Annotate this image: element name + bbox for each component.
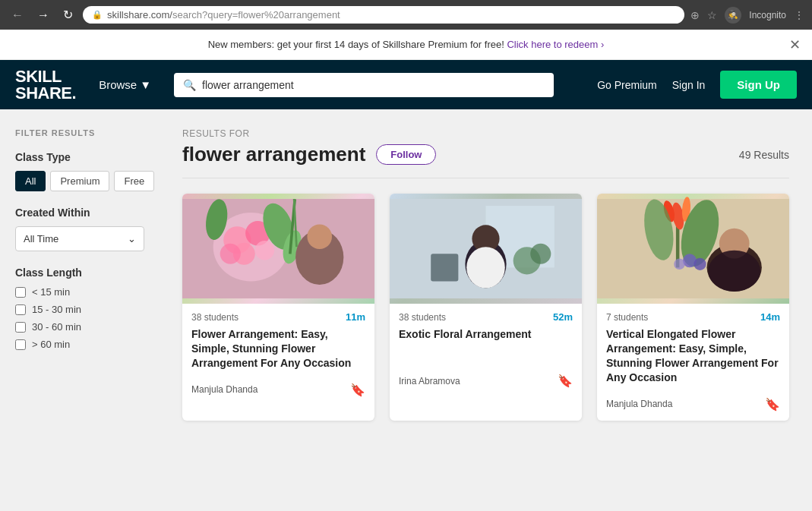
results-for-label: RESULTS FOR	[182, 128, 789, 139]
class-length-label: Class Length	[15, 267, 144, 279]
search-heading-row: flower arrangement Follow 49 Results	[182, 143, 789, 178]
card-thumbnail-2	[390, 194, 582, 304]
svg-point-32	[674, 259, 684, 270]
header-right: Go Premium Sign In Sign Up	[597, 71, 797, 99]
bookmark-icon-2[interactable]: 🔖	[558, 374, 573, 388]
header: SKILL SHare. Browse ▼ 🔍 Go Premium Sign …	[0, 60, 812, 109]
course-card-2[interactable]: 38 students 52m Exotic Floral Arrangemen…	[390, 194, 582, 421]
card-students-3: 7 students	[606, 312, 648, 323]
promo-text: New members: get your first 14 days of S…	[208, 39, 504, 50]
svg-point-11	[307, 224, 332, 249]
follow-button[interactable]: Follow	[376, 144, 436, 165]
created-within-label: Created Within	[15, 207, 144, 219]
sidebar: FILTER RESULTS Class Type All Premium Fr…	[0, 109, 160, 511]
card-duration-3: 14m	[760, 311, 780, 323]
length-over-60-checkbox[interactable]	[15, 339, 26, 350]
browse-label: Browse	[99, 78, 137, 91]
svg-point-6	[220, 244, 241, 264]
card-thumbnail-3	[597, 194, 789, 304]
card-duration-2: 52m	[553, 311, 573, 323]
filter-title: FILTER RESULTS	[15, 128, 144, 137]
sign-in-button[interactable]: Sign In	[672, 79, 706, 91]
star-icon[interactable]: ☆	[707, 9, 717, 21]
chevron-down-icon: ▼	[140, 78, 151, 91]
card-stats-2: 38 students 52m	[390, 304, 582, 327]
type-free-button[interactable]: Free	[114, 171, 154, 191]
card-author-2: Irina Abramova	[399, 376, 460, 386]
length-over-60[interactable]: > 60 min	[15, 339, 144, 350]
length-15-30[interactable]: 15 - 30 min	[15, 304, 144, 315]
card-footer-3: Manjula Dhanda 🔖	[597, 393, 789, 421]
card-title-1: Flower Arrangement: Easy, Simple, Stunni…	[182, 327, 374, 378]
url-text: skillshare.com/search?query=flower%20arr…	[107, 9, 340, 21]
go-premium-button[interactable]: Go Premium	[597, 79, 657, 91]
card-title-2: Exotic Floral Arrangement	[390, 327, 582, 369]
search-bar[interactable]: 🔍	[174, 73, 554, 97]
promo-link[interactable]: Click here to redeem ›	[507, 39, 604, 50]
search-query: flower arrangement	[182, 143, 365, 166]
chevron-down-icon: ⌄	[128, 233, 136, 244]
search-input[interactable]	[202, 79, 545, 91]
card-students-1: 38 students	[191, 312, 239, 323]
card-duration-1: 11m	[346, 311, 365, 323]
card-author-1: Manjula Dhanda	[191, 384, 258, 395]
created-within-value: All Time	[24, 233, 58, 244]
promo-close-button[interactable]: ✕	[789, 36, 801, 53]
content-area: RESULTS FOR flower arrangement Follow 49…	[160, 109, 812, 511]
menu-icon[interactable]: ⋮	[794, 9, 804, 21]
card-author-3: Manjula Dhanda	[606, 399, 672, 409]
svg-point-22	[530, 244, 551, 264]
reload-button[interactable]: ↻	[59, 6, 77, 24]
length-under-15[interactable]: < 15 min	[15, 286, 144, 298]
forward-button[interactable]: →	[33, 7, 53, 24]
card-stats-1: 38 students 11m	[182, 304, 374, 327]
svg-point-5	[255, 241, 274, 260]
incognito-badge: 🕵	[725, 7, 741, 24]
search-icon: 🔍	[183, 79, 196, 91]
svg-point-33	[694, 258, 706, 270]
created-within-section: Created Within All Time ⌄	[15, 207, 144, 251]
results-count: 49 Results	[739, 149, 789, 161]
length-under-15-checkbox[interactable]	[15, 287, 26, 298]
card-footer-2: Irina Abramova 🔖	[390, 369, 582, 397]
length-30-60[interactable]: 30 - 60 min	[15, 321, 144, 333]
card-footer-1: Manjula Dhanda 🔖	[182, 378, 374, 406]
class-type-label: Class Type	[15, 151, 144, 163]
type-premium-button[interactable]: Premium	[50, 171, 109, 191]
created-within-dropdown[interactable]: All Time ⌄	[15, 226, 144, 251]
bookmark-icon-1[interactable]: 🔖	[350, 383, 365, 397]
incognito-label: Incognito	[749, 10, 786, 21]
lock-icon: 🔒	[92, 10, 103, 20]
logo: SKILL SHare.	[15, 68, 76, 102]
bookmark-icon-3[interactable]: 🔖	[765, 397, 780, 412]
class-length-section: Class Length < 15 min 15 - 30 min 30 - 6…	[15, 267, 144, 350]
cast-icon: ⊕	[690, 9, 700, 21]
course-card-1[interactable]: 38 students 11m Flower Arrangement: Easy…	[182, 194, 374, 421]
main-container: FILTER RESULTS Class Type All Premium Fr…	[0, 109, 812, 511]
card-stats-3: 7 students 14m	[597, 304, 789, 327]
course-card-3[interactable]: 7 students 14m Vertical Elongated Flower…	[597, 194, 789, 421]
class-type-buttons: All Premium Free	[15, 171, 144, 191]
promo-bar: New members: get your first 14 days of S…	[0, 30, 812, 60]
back-button[interactable]: ←	[8, 7, 27, 24]
browser-chrome: ← → ↻ 🔒 skillshare.com/search?query=flow…	[0, 0, 812, 30]
svg-point-19	[466, 247, 505, 288]
address-bar[interactable]: 🔒 skillshare.com/search?query=flower%20a…	[83, 6, 684, 24]
sign-up-button[interactable]: Sign Up	[720, 71, 797, 99]
svg-point-36	[708, 251, 760, 292]
card-title-3: Vertical Elongated Flower Arrangement: E…	[597, 327, 789, 393]
card-students-2: 38 students	[399, 312, 446, 323]
svg-rect-20	[431, 254, 458, 281]
length-30-60-checkbox[interactable]	[15, 322, 26, 333]
card-thumbnail-1	[182, 194, 374, 304]
browse-button[interactable]: Browse ▼	[91, 78, 159, 91]
cards-grid: 38 students 11m Flower Arrangement: Easy…	[182, 194, 789, 421]
type-all-button[interactable]: All	[15, 171, 46, 191]
browser-right-icons: ⊕ ☆ 🕵 Incognito ⋮	[690, 7, 804, 24]
length-15-30-checkbox[interactable]	[15, 304, 26, 315]
